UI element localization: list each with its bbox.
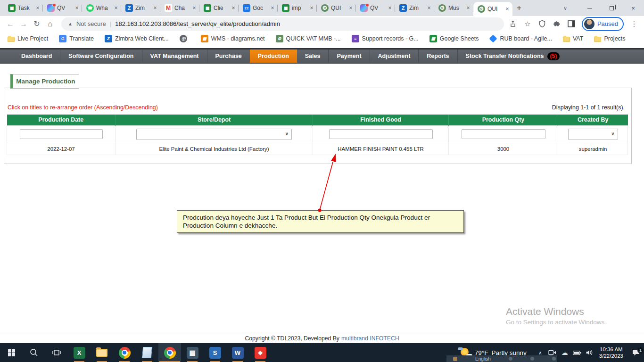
browser-tab-zimbra2[interactable]: Z Zim × [395, 0, 434, 16]
tab-search-chevron-icon[interactable]: ∨ [558, 5, 572, 11]
created-by-filter-select[interactable] [568, 129, 618, 140]
tray-chevron-icon[interactable]: ∧ [534, 350, 546, 355]
chrome-taskbar-icon[interactable] [113, 343, 136, 362]
url-bar[interactable]: ▲ Not secure | 182.163.102.203:8086/test… [61, 17, 504, 31]
red-diamond-app-taskbar-icon[interactable]: ◆ [249, 343, 272, 362]
notification-center-icon[interactable]: 1 [628, 349, 644, 356]
tab-close-icon[interactable]: × [269, 5, 276, 11]
column-header-production-date[interactable]: Production Date [7, 115, 116, 125]
browser-tab-whatsapp[interactable]: ☎ Wha × [82, 0, 121, 16]
bookmark-zimbra[interactable]: ZZimbra Web Client... [105, 35, 169, 42]
taskbar-clock[interactable]: 10:36 AM 3/22/2023 [599, 346, 623, 359]
production-qty-filter-input[interactable] [462, 129, 545, 139]
file-explorer-taskbar-icon[interactable] [91, 343, 113, 362]
browser-tab-mus[interactable]: ⚙ Mus × [434, 0, 473, 16]
browser-tab-google[interactable]: 22 Goc × [239, 0, 278, 16]
tab-close-icon[interactable]: × [347, 5, 354, 11]
share-icon[interactable] [509, 20, 517, 28]
browser-tab-imp[interactable]: ▦ imp × [278, 0, 317, 16]
nav-item-stock-transfer-notifications[interactable]: Stock Transfer Notifications (5) [457, 49, 568, 63]
nav-item-production[interactable]: Production [250, 49, 297, 63]
chrome-active-taskbar-icon[interactable] [158, 343, 181, 362]
tab-close-icon[interactable]: × [152, 5, 158, 11]
restore-button[interactable] [601, 0, 622, 16]
bookmark-support-records[interactable]: ≡Support records - G... [352, 35, 419, 42]
nav-item-vat-management[interactable]: VAT Management [142, 49, 207, 63]
not-secure-label[interactable]: Not secure [76, 20, 106, 27]
tab-close-icon[interactable]: × [191, 5, 198, 11]
volume-icon[interactable] [583, 349, 595, 356]
new-tab-button[interactable]: + [512, 1, 526, 15]
nav-item-reports[interactable]: Reports [418, 49, 457, 63]
forward-button[interactable]: → [17, 20, 30, 28]
nav-item-adjustment[interactable]: Adjustment [370, 49, 419, 63]
browser-window: ▦ Task × QV × ☎ Wha × Z Zim × M Cha [0, 0, 644, 362]
bookmark-vat-folder[interactable]: VAT [563, 35, 583, 42]
bookmark-globe[interactable]: ⊕ [180, 35, 190, 42]
shield-extension-icon[interactable] [538, 20, 546, 28]
calculator-taskbar-icon[interactable]: ▦ [181, 343, 204, 362]
home-button[interactable]: ⌂ [43, 20, 57, 28]
tab-close-icon[interactable]: × [504, 6, 511, 12]
tab-label: Task [18, 5, 32, 11]
task-view-button[interactable] [45, 343, 68, 362]
browser-tab-zimbra[interactable]: Z Zim × [121, 0, 160, 16]
tab-close-icon[interactable]: × [387, 5, 393, 11]
nav-item-payment[interactable]: Payment [328, 49, 369, 63]
profile-chip[interactable]: Paused [582, 17, 624, 31]
browser-tab-client[interactable]: ▦ Clie × [199, 0, 239, 16]
tab-close-icon[interactable]: × [465, 5, 471, 11]
column-header-production-qty[interactable]: Production Qty [449, 115, 558, 125]
browser-tab-task[interactable]: ▦ Task × [4, 0, 43, 16]
bookmark-star-icon[interactable]: ☆ [523, 20, 532, 28]
nav-item-purchase[interactable]: Purchase [207, 49, 250, 63]
extensions-puzzle-icon[interactable] [553, 20, 561, 28]
tab-close-icon[interactable]: × [74, 5, 80, 11]
reload-button[interactable]: ↻ [30, 19, 43, 28]
bookmark-rub-board[interactable]: RUB board - Agile... [489, 35, 552, 42]
nav-item-software-configuration[interactable]: Software Configuration [60, 49, 141, 63]
browser-tab-chat[interactable]: M Cha × [160, 0, 199, 16]
finished-good-filter-input[interactable] [329, 129, 433, 139]
footer-link[interactable]: multibrand INFOTECH [341, 335, 399, 342]
table-row[interactable]: 2022-12-07 Elite Paint & Chemical Indust… [7, 143, 628, 155]
bookmark-live-project[interactable]: Live Project [8, 35, 48, 42]
column-header-created-by[interactable]: Created By [558, 115, 628, 125]
onedrive-cloud-icon[interactable]: ☁ [559, 349, 571, 356]
bookmark-wms-diagrams[interactable]: ▦WMS - diagrams.net [201, 35, 265, 42]
tab-close-icon[interactable]: × [426, 5, 432, 11]
tab-close-icon[interactable]: × [308, 5, 315, 11]
tab-close-icon[interactable]: × [230, 5, 237, 11]
column-header-store-depot[interactable]: Store/Depot [116, 115, 313, 125]
url-text[interactable]: 182.163.102.203:8086/test_server/qv_elit… [115, 20, 280, 27]
taskbar-search-button[interactable] [23, 343, 45, 362]
browser-menu-kebab-icon[interactable]: ⋮ [630, 20, 638, 28]
production-date-filter-input[interactable] [20, 129, 103, 139]
nav-item-sales[interactable]: Sales [297, 49, 329, 63]
store-depot-filter-select[interactable] [136, 129, 292, 140]
battery-icon[interactable] [571, 350, 583, 355]
tab-close-icon[interactable]: × [34, 5, 41, 11]
notepad-taskbar-icon[interactable] [136, 343, 158, 362]
s-app-taskbar-icon[interactable]: S [204, 343, 226, 362]
meet-now-icon[interactable] [546, 349, 559, 356]
tab-close-icon[interactable]: × [113, 5, 119, 11]
browser-tab-qv2[interactable]: QV × [356, 0, 395, 16]
word-taskbar-icon[interactable]: W [226, 343, 249, 362]
bookmark-quick-vat[interactable]: ⚙QUICK VAT MMB -... [276, 35, 341, 42]
tab-label: QV [57, 5, 71, 11]
column-header-finished-good[interactable]: Finished Good [313, 115, 449, 125]
bookmark-google-sheets[interactable]: ▦Google Sheets [429, 35, 479, 42]
back-button[interactable]: ← [4, 20, 17, 28]
side-panel-icon[interactable] [567, 20, 576, 28]
browser-tab-qui1[interactable]: ⚙ QUI × [317, 0, 356, 16]
bookmark-projects-folder[interactable]: Projects [594, 35, 625, 42]
close-window-button[interactable]: × [622, 0, 644, 16]
start-button[interactable] [0, 343, 23, 362]
browser-tab-qv[interactable]: QV × [43, 0, 82, 16]
excel-taskbar-icon[interactable]: X [68, 343, 91, 362]
bookmark-translate[interactable]: GTranslate [59, 35, 94, 42]
browser-tab-active-qui[interactable]: ⚙ QUI × [473, 2, 512, 16]
minimize-button[interactable] [579, 0, 601, 16]
nav-item-dashboard[interactable]: Dashboard [13, 49, 60, 63]
